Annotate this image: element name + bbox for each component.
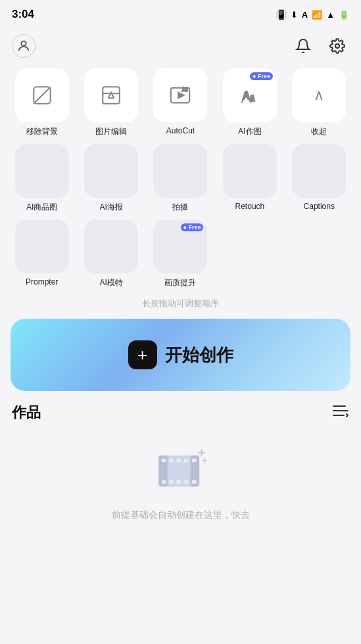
tool-collapse-icon-box: ∧ <box>292 68 346 122</box>
download-icon: ⬇ <box>291 10 298 20</box>
tool-image-edit[interactable]: 图片编辑 <box>80 68 142 137</box>
svg-rect-19 <box>169 459 174 463</box>
tool-collapse-label: 收起 <box>311 126 327 137</box>
wifi-icon: ▲ <box>326 10 335 20</box>
tool-grid-row3: Prompter AI模特 ● Free 画质提升 <box>11 219 350 288</box>
tool-remove-bg-label: 移除背景 <box>26 126 58 137</box>
svg-rect-21 <box>183 459 188 463</box>
tool-ai-product-label: AI商品图 <box>26 202 57 213</box>
nav-right <box>291 34 349 58</box>
svg-rect-27 <box>191 480 196 484</box>
status-icons: 📳 ⬇ A 📶 ▲ 🔋 <box>276 9 349 20</box>
tool-enhance[interactable]: ● Free 画质提升 <box>149 219 212 288</box>
avatar[interactable] <box>12 34 36 58</box>
tool-ai-draw[interactable]: ● Free A ā AI作图 <box>218 68 281 137</box>
tool-ai-draw-icon-box: ● Free A ā <box>223 68 277 122</box>
works-section: 作品 <box>0 391 361 423</box>
tool-shoot-label: 拍摄 <box>172 202 188 213</box>
tool-retouch[interactable]: Retouch <box>218 144 281 213</box>
svg-text:AI: AI <box>182 86 188 93</box>
tool-image-edit-icon-box <box>84 68 138 122</box>
tool-autocut-label: AutoCut <box>166 126 195 135</box>
tool-ai-product-icon <box>15 144 69 198</box>
create-label: 开始创作 <box>165 344 233 367</box>
svg-rect-23 <box>161 480 166 484</box>
tool-enhance-label: 画质提升 <box>164 277 196 288</box>
empty-state: 前提基础会自动创建在这里，快去 <box>0 423 361 521</box>
svg-rect-20 <box>176 459 181 463</box>
tool-collapse[interactable]: ∧ 收起 <box>288 68 350 137</box>
hint-text: 长按拖动可调整顺序 <box>0 298 361 310</box>
status-bar: 3:04 📳 ⬇ A 📶 ▲ 🔋 <box>0 0 361 29</box>
tool-enhance-icon: ● Free <box>153 219 207 273</box>
enhance-badge: ● Free <box>181 223 204 231</box>
svg-rect-22 <box>191 459 196 463</box>
svg-line-3 <box>34 87 51 104</box>
tool-autocut-icon-box: AI <box>153 68 207 122</box>
svg-point-1 <box>335 44 339 48</box>
tool-ai-model-icon <box>84 219 138 273</box>
battery-icon: 🔋 <box>339 10 349 20</box>
tool-shoot-icon <box>153 144 207 198</box>
settings-icon[interactable] <box>325 34 349 58</box>
tool-ai-draw-label: AI作图 <box>238 126 261 137</box>
ai-draw-badge: ● Free <box>250 72 273 80</box>
tool-ai-model-label: AI模特 <box>99 277 122 288</box>
svg-rect-25 <box>176 480 181 484</box>
tool-prompter-icon <box>15 219 69 273</box>
tool-retouch-icon <box>223 144 277 198</box>
volume-icon: 📶 <box>312 10 322 20</box>
sort-icon[interactable] <box>332 403 349 422</box>
works-title: 作品 <box>12 403 41 423</box>
tool-ai-poster-label: AI海报 <box>99 202 122 213</box>
create-plus-icon: + <box>128 340 157 369</box>
tool-remove-bg[interactable]: 移除背景 <box>11 68 73 137</box>
empty-hint: 前提基础会自动创建在这里，快去 <box>112 509 250 521</box>
top-nav <box>0 29 361 63</box>
tool-captions[interactable]: Captions <box>288 144 350 213</box>
tool-remove-bg-icon-box <box>15 68 69 122</box>
svg-rect-24 <box>169 480 174 484</box>
tool-image-edit-label: 图片编辑 <box>95 126 127 137</box>
notification-icon[interactable] <box>291 34 315 58</box>
empty-cell-1 <box>218 219 281 288</box>
svg-marker-8 <box>179 93 185 99</box>
tool-autocut[interactable]: AI AutoCut <box>149 68 212 137</box>
tool-captions-icon <box>292 144 346 198</box>
font-icon: A <box>302 10 308 20</box>
tool-grid-row2: AI商品图 AI海报 拍摄 Retouch Captions <box>11 144 350 213</box>
tool-grid-row1: 移除背景 图片编辑 AI AutoC <box>11 68 350 137</box>
tool-ai-product[interactable]: AI商品图 <box>11 144 73 213</box>
tool-ai-model[interactable]: AI模特 <box>80 219 142 288</box>
tool-shoot[interactable]: 拍摄 <box>149 144 212 213</box>
tool-ai-poster[interactable]: AI海报 <box>80 144 142 213</box>
svg-rect-26 <box>183 480 188 484</box>
empty-cell-2 <box>288 219 350 288</box>
tool-ai-poster-icon <box>84 144 138 198</box>
tool-prompter-label: Prompter <box>26 277 58 287</box>
create-button[interactable]: + 开始创作 <box>128 340 233 369</box>
svg-rect-18 <box>161 459 166 463</box>
vibrate-icon: 📳 <box>276 9 287 20</box>
status-time: 3:04 <box>12 8 34 21</box>
tool-retouch-label: Retouch <box>235 202 265 211</box>
tool-section: 移除背景 图片编辑 AI AutoC <box>0 63 361 288</box>
film-icon <box>151 442 210 501</box>
tool-captions-label: Captions <box>304 202 335 211</box>
svg-rect-4 <box>103 87 120 104</box>
create-section: + 开始创作 <box>11 319 350 391</box>
svg-point-0 <box>21 41 26 46</box>
tool-prompter[interactable]: Prompter <box>11 219 73 288</box>
collapse-icon: ∧ <box>314 87 324 104</box>
